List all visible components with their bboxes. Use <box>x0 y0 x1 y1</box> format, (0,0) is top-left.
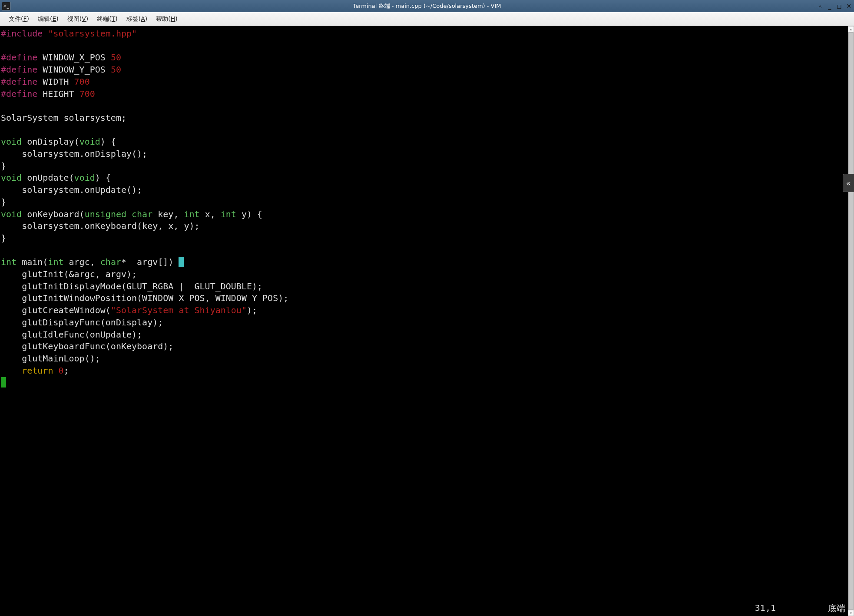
cursor-position: 31,1 <box>755 603 776 614</box>
window-maximize-icon[interactable]: ◻ <box>836 3 843 10</box>
menu-a[interactable]: 标签(A) <box>122 13 152 25</box>
scroll-up-icon[interactable]: ▴ <box>848 26 854 32</box>
terminal-icon: >_ <box>2 2 10 10</box>
scroll-thumb[interactable] <box>848 32 854 610</box>
window-title: Terminal 终端 - main.cpp (~/Code/solarsyst… <box>0 2 854 10</box>
menu-f[interactable]: 文件(F) <box>4 13 33 25</box>
window-close-icon[interactable]: ✕ <box>845 3 852 10</box>
menu-t[interactable]: 终端(T) <box>93 13 122 25</box>
side-tab-icon[interactable]: « <box>843 174 854 192</box>
menu-v[interactable]: 视图(V) <box>63 13 93 25</box>
scrollbar[interactable]: ▴ ▾ <box>848 26 854 616</box>
vim-statusbar: 31,1 底端 <box>755 603 845 614</box>
window-ontop-icon[interactable]: ▵ <box>817 3 824 10</box>
menubar: 文件(F)编辑(E)视图(V)终端(T)标签(A)帮助(H) <box>0 12 854 26</box>
scroll-indicator: 底端 <box>828 603 845 614</box>
window-controls: ▵ _ ◻ ✕ <box>817 0 852 12</box>
scroll-down-icon[interactable]: ▾ <box>848 610 854 616</box>
editor-area: #include "solarsystem.hpp" #define WINDO… <box>0 26 854 616</box>
window-minimize-icon[interactable]: _ <box>826 3 833 10</box>
code-editor[interactable]: #include "solarsystem.hpp" #define WINDO… <box>0 26 848 616</box>
titlebar: >_ Terminal 终端 - main.cpp (~/Code/solars… <box>0 0 854 12</box>
menu-h[interactable]: 帮助(H) <box>152 13 182 25</box>
menu-e[interactable]: 编辑(E) <box>33 13 63 25</box>
